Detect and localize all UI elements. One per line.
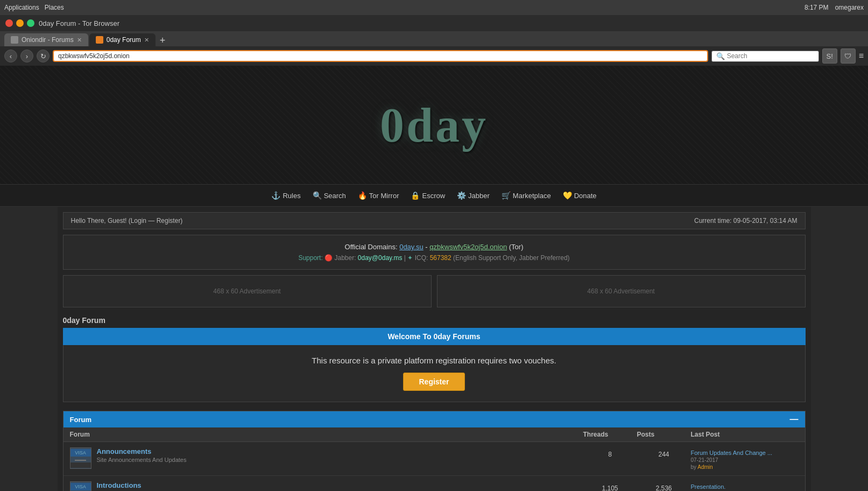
forum-name-desc-intro: Introductions Introduce yourself!: [97, 481, 146, 491]
ads-row: 468 x 60 Advertisement 468 x 60 Advertis…: [63, 275, 806, 307]
current-time-value: 09-05-2017, 03:14 AM: [733, 217, 798, 225]
last-post-by-announcements: by Admin: [691, 464, 799, 470]
welcome-content: This resource is a private platform regi…: [63, 345, 806, 402]
clear-domain-link[interactable]: 0day.su: [399, 243, 424, 251]
current-time-display: Current time: 09-05-2017, 03:14 AM: [694, 217, 797, 225]
nav-rules-label: Rules: [283, 192, 300, 200]
forum-posts-introductions: 2,536: [637, 481, 691, 491]
nav-search[interactable]: 🔍 Search: [308, 189, 350, 202]
nav-marketplace[interactable]: 🛒 Marketplace: [497, 189, 555, 202]
browser-viewport: 0day ⚓ Rules 🔍 Search 🔥 Tor Mirror 🔒 Esc…: [0, 66, 868, 491]
forum-threads-announcements: 8: [583, 447, 637, 458]
tor-label: (Tor): [509, 243, 524, 251]
tab-0day[interactable]: 0day Forum ✕: [89, 33, 156, 46]
col-posts: Posts: [637, 431, 691, 438]
forum-icon-top: VISA: [70, 449, 91, 457]
tab-close-oniondir[interactable]: ✕: [77, 37, 82, 44]
search-icon: 🔍: [716, 52, 725, 60]
welcome-banner: Welcome To 0day Forums: [63, 328, 806, 345]
forum-desc-announcements: Site Announcements And Updates: [97, 457, 187, 463]
close-button[interactable]: [5, 19, 13, 27]
welcome-text: This resource is a private platform regi…: [74, 356, 794, 365]
url-bar[interactable]: qzbkwswfv5k2oj5d.onion: [53, 50, 708, 62]
register-button[interactable]: Register: [403, 373, 464, 391]
forum-name-introductions[interactable]: Introductions: [97, 481, 146, 489]
navigation-bar: ‹ › ↻ qzbkwswfv5k2oj5d.onion 🔍 S! 🛡 ≡: [0, 46, 868, 66]
nav-donate[interactable]: 💛 Donate: [559, 189, 601, 202]
window-title: 0day Forum - Tor Browser: [39, 19, 119, 27]
extension-button-shield[interactable]: 🛡: [841, 48, 856, 64]
forum-section: Forum — Forum Threads Posts Last Post VI…: [63, 411, 806, 491]
forum-row-info-introductions: VISA ▬▬▬ Introductions Introduce yoursel…: [70, 481, 583, 491]
last-post-title-announcements[interactable]: Forum Updates And Change ...: [691, 450, 799, 456]
search-input[interactable]: [727, 52, 814, 60]
ad-box-2[interactable]: 468 x 60 Advertisement: [437, 275, 806, 307]
forum-threads-introductions: 1,105: [583, 481, 637, 491]
nav-search-label: Search: [324, 192, 346, 200]
window-controls[interactable]: [5, 19, 34, 27]
forum-icon-bottom: [70, 462, 91, 468]
nav-jabber[interactable]: ⚙️ Jabber: [453, 189, 494, 202]
support-label: Support:: [298, 254, 322, 262]
nav-tor-mirror-label: Tor Mirror: [369, 192, 399, 200]
info-bar: Hello There, Guest! (Login — Register) C…: [63, 212, 806, 229]
forum-row-introductions[interactable]: VISA ▬▬▬ Introductions Introduce yoursel…: [63, 476, 805, 491]
os-taskbar: Applications Places 8:17 PM omegarex: [0, 0, 868, 15]
browser-search-box[interactable]: 🔍: [711, 51, 819, 62]
jabber-bullet-icon: 🔴: [324, 254, 334, 262]
nav-escrow[interactable]: 🔒 Escrow: [406, 189, 449, 202]
forum-icon-top-intro: VISA: [70, 483, 91, 490]
content-area: Hello There, Guest! (Login — Register) C…: [58, 207, 811, 491]
forum-row-info-announcements: VISA ▬▬▬ Announcements Site Announcement…: [70, 447, 583, 469]
collapse-forum-button[interactable]: —: [790, 415, 799, 424]
ad-box-1[interactable]: 468 x 60 Advertisement: [63, 275, 432, 307]
nav-jabber-label: Jabber: [468, 192, 490, 200]
onion-domain-link[interactable]: qzbkwswfv5k2oj5d.onion: [429, 243, 507, 251]
greeting-text: Hello There, Guest! (Login — Register): [71, 217, 183, 225]
ad-label-1: 468 x 60 Advertisement: [213, 287, 280, 295]
forum-table-header: Forum Threads Posts Last Post: [63, 427, 805, 442]
last-post-announcements: Forum Updates And Change ... 07-21-2017 …: [691, 447, 799, 470]
nav-donate-label: Donate: [574, 192, 597, 200]
site-logo: 0day: [380, 97, 488, 153]
tab-close-0day[interactable]: ✕: [144, 37, 149, 44]
places-menu[interactable]: Places: [45, 4, 64, 11]
tab-bar: Oniondir - Forums ✕ 0day Forum ✕ +: [0, 31, 868, 46]
tab-favicon-oniondir: [11, 36, 18, 44]
forum-icon-announcements: VISA ▬▬▬: [70, 447, 91, 469]
site-nav: ⚓ Rules 🔍 Search 🔥 Tor Mirror 🔒 Escrow ⚙…: [0, 184, 868, 207]
last-post-author-announcements[interactable]: Admin: [697, 464, 712, 470]
back-button[interactable]: ‹: [4, 50, 17, 62]
forum-name-announcements[interactable]: Announcements: [97, 447, 187, 455]
tab-oniondir[interactable]: Oniondir - Forums ✕: [4, 33, 88, 46]
maximize-button[interactable]: [27, 19, 34, 27]
search-icon: 🔍: [313, 191, 322, 200]
cart-icon: 🛒: [502, 191, 511, 200]
extension-button-s[interactable]: S!: [822, 48, 837, 64]
domains-label: Official Domains:: [345, 243, 398, 251]
nav-tor-mirror[interactable]: 🔥 Tor Mirror: [354, 189, 404, 202]
forum-name-desc: Announcements Site Announcements And Upd…: [97, 447, 187, 463]
anchor-icon: ⚓: [271, 191, 280, 200]
domains-box: Official Domains: 0day.su - qzbkwswfv5k2…: [63, 235, 806, 270]
forward-button[interactable]: ›: [20, 50, 33, 62]
jabber-address[interactable]: 0day@0day.ms: [358, 254, 403, 262]
new-tab-button[interactable]: +: [157, 35, 169, 46]
title-bar: 0day Forum - Tor Browser: [0, 15, 868, 31]
minimize-button[interactable]: [16, 19, 24, 27]
url-text[interactable]: qzbkwswfv5k2oj5d.onion: [58, 52, 703, 60]
menu-hamburger[interactable]: ≡: [859, 51, 864, 61]
last-post-title-introductions[interactable]: Presentation.: [691, 483, 799, 490]
icq-number: 567382: [430, 254, 451, 262]
reload-button[interactable]: ↻: [37, 50, 50, 62]
forum-posts-announcements: 244: [637, 447, 691, 458]
icq-icon: ✦: [407, 254, 413, 262]
tab-label-oniondir: Oniondir - Forums: [22, 36, 74, 44]
col-forum: Forum: [70, 431, 583, 438]
ad-label-2: 468 x 60 Advertisement: [587, 287, 654, 295]
forum-section-title: Forum: [70, 416, 91, 424]
applications-menu[interactable]: Applications: [4, 4, 39, 11]
forum-icon-mid: ▬▬▬: [74, 457, 87, 462]
nav-rules[interactable]: ⚓ Rules: [267, 189, 305, 202]
forum-row-announcements[interactable]: VISA ▬▬▬ Announcements Site Announcement…: [63, 442, 805, 476]
